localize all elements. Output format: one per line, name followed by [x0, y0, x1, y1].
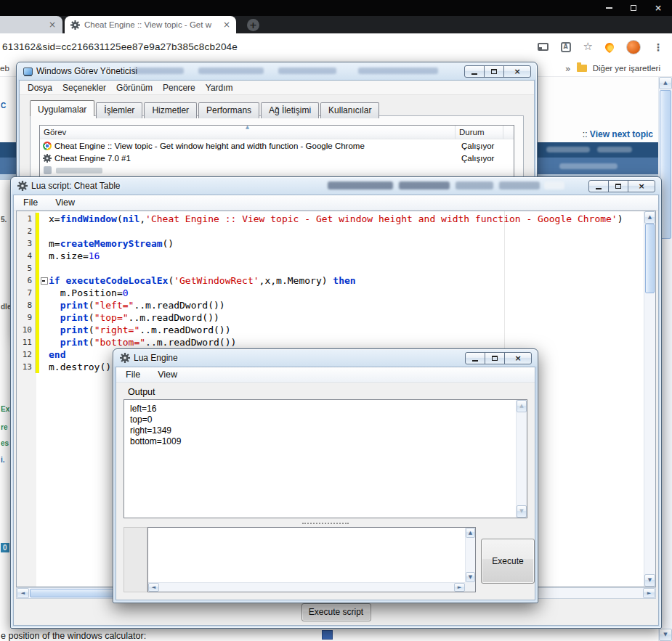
- code-line[interactable]: 7 m.Position=0: [17, 287, 644, 299]
- new-tab-button[interactable]: +: [247, 19, 259, 31]
- arrow-down-icon: ▼: [469, 575, 472, 580]
- close-button[interactable]: ×: [503, 65, 531, 78]
- scroll-down-button[interactable]: ▼: [659, 629, 672, 641]
- chrome-close-button[interactable]: ×: [653, 3, 663, 13]
- menu-dosya[interactable]: Dosya: [23, 81, 57, 94]
- text-smudge: [559, 163, 618, 169]
- code-line[interactable]: 2: [17, 225, 644, 237]
- input-hscrollbar[interactable]: ◄ ►: [148, 582, 465, 592]
- column-header-gorev[interactable]: Görev▲: [40, 126, 456, 139]
- page-bottom-text: e position of the windows calculator:: [1, 631, 146, 641]
- close-button[interactable]: ×: [628, 180, 655, 192]
- scroll-left-button[interactable]: ◄: [148, 583, 159, 592]
- task-row[interactable]: Cheat Engine 7.0 #1 Çalışıyor: [40, 152, 514, 164]
- menu-view[interactable]: View: [55, 197, 75, 208]
- minimize-icon: [606, 7, 612, 9]
- scroll-up-button[interactable]: ▲: [517, 400, 527, 412]
- active-tab[interactable]: Cheat Engine :: View topic - Get w ×: [65, 16, 236, 33]
- translate-icon[interactable]: A: [561, 42, 571, 52]
- lua-input-field[interactable]: ▲ ▼ ◄ ►: [147, 527, 476, 592]
- code-line[interactable]: 9 print("top="..m.readDword()): [17, 311, 644, 324]
- maximize-icon: [491, 69, 497, 74]
- chrome-tabstrip: × Cheat Engine :: View topic - Get w × +: [0, 16, 672, 33]
- maximize-button[interactable]: [484, 65, 504, 78]
- minimize-button[interactable]: [464, 65, 485, 78]
- lua-engine-titlebar[interactable]: Lua Engine ×: [113, 349, 538, 367]
- tab-close-icon[interactable]: ×: [49, 20, 56, 29]
- column-header-durum[interactable]: Durum: [456, 126, 503, 139]
- editor-vscrollbar[interactable]: ▲ ▼: [644, 211, 655, 587]
- code-line[interactable]: 1x=findWindow(nil,'Cheat Engine :: View …: [17, 213, 644, 225]
- bookmark-star-icon[interactable]: ☆: [583, 41, 593, 52]
- minimize-button[interactable]: [588, 180, 609, 192]
- output-panel[interactable]: left=16 top=0 right=1349 bottom=1009 ▲ ▼: [124, 399, 527, 518]
- menu-view[interactable]: View: [158, 370, 177, 380]
- input-vscrollbar[interactable]: ▲ ▼: [465, 528, 475, 582]
- chrome-minimize-button[interactable]: [604, 3, 614, 13]
- maximize-button[interactable]: [485, 352, 505, 364]
- lua-script-titlebar[interactable]: Lua script: Cheat Table ×: [11, 177, 661, 195]
- minimize-button[interactable]: [465, 352, 485, 364]
- tab-hizmetler[interactable]: Hizmetler: [144, 102, 197, 118]
- menu-file[interactable]: File: [23, 197, 38, 208]
- menu-pencere[interactable]: Pencere: [158, 81, 201, 94]
- menu-yardim[interactable]: Yardım: [201, 81, 238, 94]
- code-fold-icon[interactable]: [39, 274, 49, 287]
- code-line[interactable]: 11 print("bottom="..m.readDword()): [17, 336, 644, 348]
- tab-ag-iletisimi[interactable]: Ağ İletişimi: [261, 102, 319, 118]
- scroll-down-button[interactable]: ▼: [517, 505, 527, 518]
- scroll-down-button[interactable]: ▼: [466, 572, 475, 582]
- task-manager-menubar: Dosya Seçenekler Görünüm Pencere Yardım: [20, 81, 534, 95]
- cast-icon[interactable]: [538, 43, 548, 51]
- tab-performans[interactable]: Performans: [198, 102, 259, 118]
- glass-smudge: [399, 181, 450, 189]
- fire-extension-icon[interactable]: [604, 41, 616, 53]
- maximize-button[interactable]: [608, 180, 628, 192]
- scrollbar-thumb[interactable]: [645, 224, 655, 293]
- menu-secenekler[interactable]: Seçenekler: [57, 81, 111, 94]
- execute-script-button[interactable]: Execute script: [301, 603, 371, 621]
- lua-script-title: Lua script: Cheat Table: [31, 181, 121, 191]
- scroll-right-button[interactable]: ►: [643, 588, 655, 598]
- scroll-down-button[interactable]: ▼: [644, 574, 655, 587]
- sort-arrow-icon: ▲: [246, 125, 249, 130]
- code-line[interactable]: 3m=createMemoryStream(): [17, 237, 644, 250]
- view-next-topic-link[interactable]: View next topic: [590, 129, 653, 139]
- tab-uygulamalar[interactable]: Uygulamalar: [30, 100, 94, 116]
- profile-avatar[interactable]: [626, 40, 641, 54]
- scroll-up-button[interactable]: ▲: [466, 528, 475, 538]
- chrome-maximize-button[interactable]: [628, 3, 639, 13]
- cheat-engine-favicon: [70, 20, 80, 30]
- tab-kullanicilar[interactable]: Kullanıcılar: [320, 102, 379, 118]
- cheat-engine-icon: [120, 353, 130, 363]
- task-manager-titlebar[interactable]: Windows Görev Yöneticisi ×: [17, 62, 537, 80]
- url-text[interactable]: 613162&sid=cc216631125ee87e9a27b385c8cb2…: [2, 41, 238, 52]
- task-status: Çalışıyor: [457, 154, 505, 163]
- scroll-up-button[interactable]: ▲: [659, 77, 672, 89]
- task-name: Cheat Engine 7.0 #1: [54, 154, 131, 163]
- task-row[interactable]: Cheat Engine :: View topic - Get window …: [40, 139, 514, 152]
- chrome-titlebar[interactable]: ×: [0, 0, 672, 16]
- chrome-menu-icon[interactable]: ⋮: [653, 42, 663, 52]
- tab-islemler[interactable]: İşlemler: [96, 102, 142, 118]
- scroll-left-button[interactable]: ◄: [17, 588, 29, 598]
- code-line[interactable]: 6if executeCodeLocalEx('GetWindowRect',x…: [17, 274, 644, 287]
- translate-letter: A: [563, 44, 567, 50]
- menu-file[interactable]: File: [126, 370, 140, 380]
- code-line[interactable]: 8 print("left="..m.readDword()): [17, 299, 644, 311]
- menu-gorunum[interactable]: Görünüm: [111, 81, 158, 94]
- execute-button[interactable]: Execute: [481, 539, 535, 584]
- task-row-partial[interactable]: [40, 164, 514, 176]
- active-tab-close-icon[interactable]: ×: [223, 20, 230, 29]
- other-bookmarks-button[interactable]: Diğer yer işaretleri: [593, 64, 660, 73]
- code-line[interactable]: 10 print("right="..m.readDword()): [17, 324, 644, 336]
- bookmarks-overflow-icon[interactable]: »: [565, 64, 571, 73]
- scroll-up-button[interactable]: ▲: [644, 211, 655, 224]
- splitter-handle[interactable]: [302, 523, 349, 524]
- scroll-right-button[interactable]: ►: [454, 583, 465, 592]
- code-line[interactable]: 4m.size=16: [17, 250, 644, 262]
- code-line[interactable]: 5: [17, 262, 644, 274]
- output-vscrollbar[interactable]: ▲ ▼: [516, 400, 527, 518]
- chrome-toolbar: 613162&sid=cc216631125ee87e9a27b385c8cb2…: [0, 33, 672, 60]
- close-button[interactable]: ×: [504, 352, 532, 364]
